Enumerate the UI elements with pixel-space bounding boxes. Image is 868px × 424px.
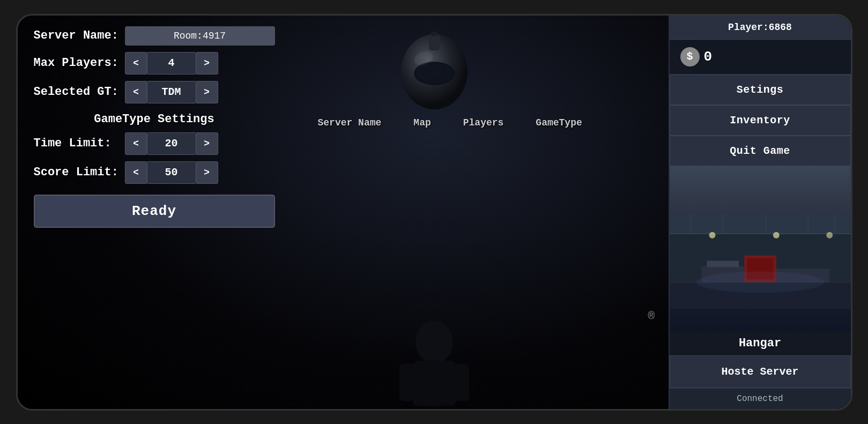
- svg-point-29: [826, 232, 833, 238]
- max-players-increase-btn[interactable]: >: [196, 52, 218, 75]
- quit-game-button[interactable]: Quit Game: [670, 136, 851, 166]
- col-map: Map: [413, 117, 431, 128]
- time-limit-increase-btn[interactable]: >: [196, 132, 218, 155]
- score-limit-value: 50: [147, 161, 196, 184]
- max-players-spinner: < 4 >: [125, 52, 218, 75]
- server-table-header: Server Name Map Players GameType: [302, 112, 658, 133]
- hangar-preview: Hangar: [670, 166, 851, 355]
- server-name-row: Server Name: Room:4917: [34, 26, 275, 46]
- player-header: Player:6868: [670, 16, 851, 40]
- score-limit-spinner: < 50 >: [125, 161, 218, 184]
- max-players-label: Max Players:: [34, 56, 120, 70]
- currency-value: 0: [704, 49, 713, 65]
- svg-point-30: [696, 271, 824, 293]
- score-limit-decrease-btn[interactable]: <: [125, 161, 147, 184]
- selected-gt-value: TDM: [147, 81, 196, 103]
- time-limit-spinner: < 20 >: [125, 132, 218, 155]
- right-panel: Player:6868 $ 0 Setings Inventory Quit G…: [669, 16, 851, 409]
- max-players-row: Max Players: < 4 >: [34, 52, 275, 75]
- svg-point-28: [773, 232, 779, 238]
- time-limit-label: Time Limit:: [34, 137, 120, 150]
- gt-decrease-btn[interactable]: <: [125, 81, 147, 103]
- max-players-decrease-btn[interactable]: <: [125, 52, 147, 75]
- hoste-server-button[interactable]: Hoste Server: [670, 355, 851, 388]
- connected-status: Connected: [670, 388, 851, 409]
- svg-point-27: [709, 232, 715, 238]
- gt-increase-btn[interactable]: >: [196, 81, 218, 103]
- score-limit-label: Score Limit:: [34, 166, 120, 179]
- dollar-icon: $: [680, 47, 700, 66]
- server-name-label: Server Name:: [34, 29, 120, 42]
- time-limit-decrease-btn[interactable]: <: [125, 132, 147, 155]
- main-content: Server Name: Room:4917 Max Players: < 4 …: [18, 16, 851, 409]
- server-name-value: Room:4917: [125, 26, 275, 46]
- selected-gt-row: Selected GT: < TDM >: [34, 81, 275, 103]
- left-panel: Server Name: Room:4917 Max Players: < 4 …: [18, 16, 291, 409]
- score-limit-row: Score Limit: < 50 >: [34, 161, 275, 184]
- time-limit-value: 20: [147, 132, 196, 155]
- time-limit-row: Time Limit: < 20 >: [34, 132, 275, 155]
- player-name: Player:6868: [728, 22, 792, 33]
- currency-row: $ 0: [670, 40, 851, 75]
- max-players-value: 4: [147, 52, 196, 75]
- inventory-button[interactable]: Inventory: [670, 105, 851, 136]
- col-game-type: GameType: [536, 117, 582, 128]
- hangar-background: [670, 166, 851, 355]
- selected-gt-spinner: < TDM >: [125, 81, 218, 103]
- hangar-label: Hangar: [670, 331, 851, 355]
- col-server-name: Server Name: [318, 117, 382, 128]
- svg-rect-25: [707, 261, 739, 267]
- svg-rect-12: [670, 213, 851, 234]
- settings-button[interactable]: Setings: [670, 75, 851, 105]
- score-limit-increase-btn[interactable]: >: [196, 161, 218, 184]
- watermark: ®: [648, 310, 655, 323]
- center-panel: Server Name Map Players GameType: [291, 16, 669, 409]
- ready-button[interactable]: Ready: [34, 195, 275, 228]
- selected-gt-label: Selected GT:: [34, 85, 120, 99]
- game-container: Server Name: Room:4917 Max Players: < 4 …: [16, 14, 852, 411]
- col-players: Players: [463, 117, 504, 128]
- gametype-settings-title: GameType Settings: [34, 113, 275, 126]
